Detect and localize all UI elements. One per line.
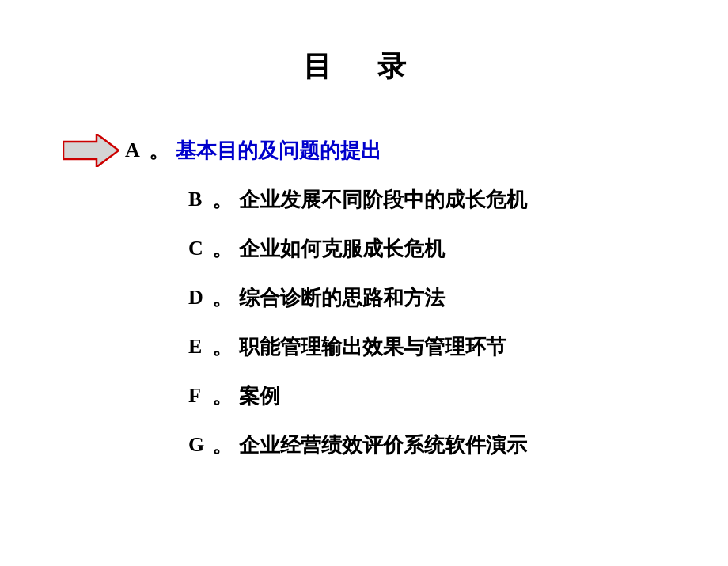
item-c-letter: C xyxy=(188,237,210,260)
page-title: 目 录 xyxy=(303,47,425,86)
item-g-letter: G xyxy=(188,433,210,457)
placeholder-f xyxy=(127,379,188,412)
item-e-dot: 。 xyxy=(212,333,233,361)
item-e-text: 职能管理输出效果与管理环节 xyxy=(239,333,506,361)
item-b-text: 企业发展不同阶段中的成长危机 xyxy=(239,186,527,214)
toc-item-d: D 。 综合诊断的思路和方法 xyxy=(127,273,665,322)
item-d-dot: 。 xyxy=(212,284,233,312)
toc-item-c: C 。 企业如何克服成长危机 xyxy=(127,224,665,273)
item-e-letter: E xyxy=(188,335,210,359)
item-f-letter: F xyxy=(188,384,210,408)
toc-item-b: B 。 企业发展不同阶段中的成长危机 xyxy=(127,175,665,224)
toc-item-e: E 。 职能管理输出效果与管理环节 xyxy=(127,322,665,371)
placeholder-b xyxy=(127,183,188,216)
item-b-letter: B xyxy=(188,188,210,211)
toc-list: A 。 基本目的及问题的提出 B 。 企业发展不同阶段中的成长危机 C 。 企业… xyxy=(63,126,665,469)
placeholder-d xyxy=(127,281,188,314)
item-g-dot: 。 xyxy=(212,431,233,459)
arrow-icon xyxy=(63,134,119,167)
item-a-dot: 。 xyxy=(149,137,169,165)
page-container: 目 录 A 。 基本目的及问题的提出 B 。 企业发展不同阶段中的成长危机 C xyxy=(0,0,728,566)
item-f-dot: 。 xyxy=(212,382,233,410)
item-a-text: 基本目的及问题的提出 xyxy=(176,137,381,165)
placeholder-e xyxy=(127,330,188,363)
item-a-letter: A xyxy=(125,139,147,162)
arrow-container xyxy=(63,134,119,167)
item-f-text: 案例 xyxy=(239,382,280,410)
placeholder-g xyxy=(127,428,188,462)
svg-marker-0 xyxy=(63,134,119,167)
toc-item-g: G 。 企业经营绩效评价系统软件演示 xyxy=(127,420,665,469)
item-c-text: 企业如何克服成长危机 xyxy=(239,235,445,263)
item-c-dot: 。 xyxy=(212,235,233,263)
toc-item-f: F 。 案例 xyxy=(127,371,665,420)
placeholder-c xyxy=(127,232,188,265)
item-d-letter: D xyxy=(188,286,210,310)
item-b-dot: 。 xyxy=(212,186,233,214)
toc-item-a: A 。 基本目的及问题的提出 xyxy=(63,126,665,175)
item-g-text: 企业经营绩效评价系统软件演示 xyxy=(239,431,527,459)
item-d-text: 综合诊断的思路和方法 xyxy=(239,284,445,312)
